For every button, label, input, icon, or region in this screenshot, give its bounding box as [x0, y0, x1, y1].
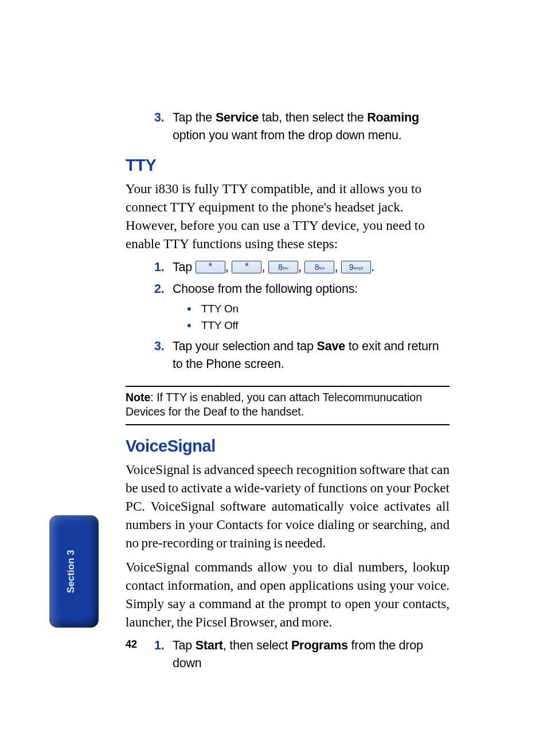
list-marker: 2.	[154, 280, 165, 298]
heading-tty: TTY	[126, 156, 450, 175]
bullet-item: TTY On	[173, 300, 450, 317]
list-marker: 3.	[154, 338, 165, 355]
list-marker: 1.	[154, 637, 165, 655]
list-marker: 1.	[154, 258, 165, 276]
list-item: 3. Tap the Service tab, then select the …	[126, 109, 450, 144]
document-page: Section 3 3. Tap the Service tab, then s…	[0, 0, 547, 756]
key-star-icon: *	[232, 261, 261, 273]
tty-ordered-list: 1. Tap *, *, 8tuv, 8tuv, 9wxyz. 2. Choos…	[126, 258, 450, 373]
page-content: 3. Tap the Service tab, then select the …	[126, 109, 450, 678]
note-text: : If TTY is enabled, you can attach Tele…	[126, 391, 422, 418]
step-text: Tap the Service tab, then select the Roa…	[173, 111, 419, 142]
key-9wxyz-icon: 9wxyz	[341, 261, 371, 273]
step-text: Tap *, *, 8tuv, 8tuv, 9wxyz.	[173, 260, 374, 274]
key-8tuv-icon: 8tuv	[268, 261, 298, 273]
list-item: 1. Tap Start, then select Programs from …	[126, 637, 450, 672]
note-box: Note: If TTY is enabled, you can attach …	[126, 386, 450, 425]
step-text: Choose from the following options:	[173, 282, 358, 296]
voicesignal-p2: VoiceSignal commands allow you to dial n…	[126, 558, 450, 631]
top-ordered-list: 3. Tap the Service tab, then select the …	[126, 109, 450, 144]
list-item: 2. Choose from the following options: TT…	[126, 280, 450, 334]
list-item: 1. Tap *, *, 8tuv, 8tuv, 9wxyz.	[126, 258, 450, 276]
section-tab-label: Section 3	[65, 550, 77, 593]
page-number: 42	[126, 639, 137, 651]
heading-voicesignal: VoiceSignal	[126, 437, 450, 456]
voicesignal-ordered-list: 1. Tap Start, then select Programs from …	[126, 637, 450, 672]
step-text: Tap Start, then select Programs from the…	[173, 639, 423, 670]
section-tab: Section 3	[49, 515, 99, 628]
key-star-icon: *	[196, 261, 225, 273]
step-text: Tap your selection and tap Save to exit …	[173, 339, 439, 371]
list-item: 3. Tap your selection and tap Save to ex…	[126, 338, 450, 373]
bullet-item: TTY Off	[173, 317, 450, 334]
tty-intro: Your i830 is fully TTY compatible, and i…	[126, 179, 450, 253]
list-marker: 3.	[154, 109, 165, 127]
voicesignal-p1: VoiceSignal is advanced speech recogniti…	[126, 460, 450, 552]
key-8tuv-icon: 8tuv	[304, 261, 334, 273]
note-label: Note	[126, 391, 150, 404]
tty-bullet-list: TTY On TTY Off	[173, 300, 450, 334]
